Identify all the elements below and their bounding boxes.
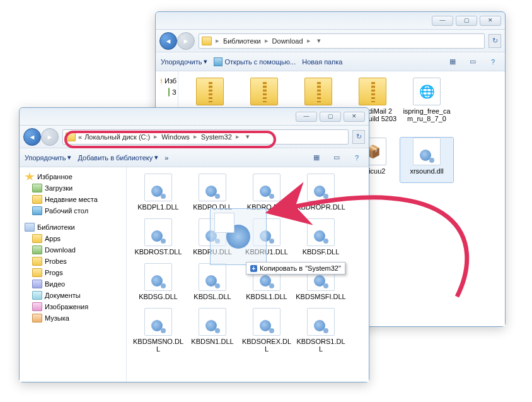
view-mode-icon[interactable]: ▦: [446, 57, 460, 66]
breadcrumb-drive-c[interactable]: Локальный диск (C:): [84, 133, 150, 141]
nav-lib-item[interactable]: Видео: [21, 278, 125, 290]
arrow-right-icon: ►: [183, 37, 190, 45]
nav-forward-button[interactable]: ►: [41, 128, 59, 146]
dll-icon: [307, 218, 335, 246]
navigation-pane[interactable]: Избранное Загрузки Недавние места Рабочи…: [20, 167, 127, 382]
nav-libraries[interactable]: Библиотеки: [21, 222, 125, 233]
maximize-button[interactable]: ▢: [320, 112, 341, 122]
toolbar: Упорядочить ▾ Открыть с помощью... Новая…: [156, 52, 505, 71]
nav-lib-item[interactable]: Probes: [21, 256, 125, 267]
dll-icon: [144, 263, 172, 291]
close-button[interactable]: ✕: [344, 112, 365, 122]
file-item[interactable]: KBDSOREX.DLL: [240, 308, 293, 353]
nav-lib-label: Probes: [45, 257, 67, 265]
maximize-button[interactable]: ▢: [456, 16, 477, 26]
nav-lib-item[interactable]: Progs: [21, 267, 125, 278]
file-item[interactable]: KBDSMSNO.DLL: [132, 308, 185, 353]
file-item[interactable]: KBDROST.DLL: [132, 218, 185, 256]
address-bar[interactable]: « Локальный диск (C:) ▸ Windows ▸ System…: [62, 129, 349, 145]
nav-lib-item[interactable]: Документы: [21, 290, 125, 301]
organize-button[interactable]: Упорядочить ▾: [25, 153, 71, 162]
nav-lib-label: Download: [45, 246, 76, 254]
titlebar[interactable]: — ▢ ✕: [156, 12, 505, 30]
address-dropdown-icon[interactable]: ▾: [315, 37, 323, 45]
exe-icon: 🌐: [413, 78, 441, 105]
nav-desktop[interactable]: Рабочий стол: [21, 205, 125, 216]
breadcrumb-sep: ▸: [214, 37, 221, 45]
nav-favorites-label: Избранное: [165, 77, 176, 85]
breadcrumb-system32[interactable]: System32: [201, 133, 232, 141]
open-with-button[interactable]: Открыть с помощью...: [214, 57, 296, 66]
file-item[interactable]: KBDRO.DLL: [240, 174, 293, 211]
nav-lib-label: Изображения: [45, 303, 88, 310]
nav-libraries-label: Библиотеки: [37, 223, 75, 231]
file-label: KBDPL1.DLL: [132, 203, 184, 211]
add-to-library-button[interactable]: Добавить в библиотеку ▾: [78, 153, 158, 162]
address-dropdown-icon[interactable]: ▾: [243, 133, 252, 141]
toolbar: Упорядочить ▾ Добавить в библиотеку ▾ » …: [20, 148, 369, 167]
preview-pane-icon[interactable]: ▭: [330, 153, 344, 162]
help-icon[interactable]: ?: [350, 154, 364, 162]
organize-label: Упорядочить: [161, 58, 202, 66]
arrow-right-icon: ►: [47, 133, 54, 141]
file-label: KBDSG.DLL: [132, 293, 184, 300]
nav-recent-label: Недавние места: [45, 196, 98, 203]
file-label: KBDSOREX.DLL: [241, 338, 292, 353]
nav-lib-item[interactable]: Apps: [21, 233, 125, 244]
minimize-button[interactable]: —: [432, 16, 453, 26]
recent-icon: [32, 195, 42, 204]
file-item[interactable]: KBDSORS1.DLL: [294, 308, 347, 353]
breadcrumb-sep: ▸: [153, 133, 159, 141]
file-item[interactable]: KBDROPR.DLL: [294, 174, 347, 211]
file-item[interactable]: KBDSN1.DLL: [186, 308, 239, 353]
nav-downloads[interactable]: Загрузки: [157, 86, 176, 98]
nav-forward-button[interactable]: ►: [177, 32, 195, 50]
file-item[interactable]: KBDSL.DLL: [186, 263, 239, 300]
nav-lib-item[interactable]: Изображения: [21, 301, 125, 312]
nav-lib-item[interactable]: Музыка: [21, 312, 125, 324]
overflow-button[interactable]: »: [165, 154, 168, 162]
breadcrumb-sep: ▸: [192, 133, 199, 141]
plus-icon: +: [250, 265, 257, 272]
titlebar[interactable]: — ▢ ✕: [20, 108, 369, 126]
nav-favorites[interactable]: Избранное: [157, 75, 176, 86]
file-label: KBDSN1.DLL: [187, 338, 238, 345]
file-item[interactable]: KBDPL1.DLL: [132, 174, 185, 211]
address-bar[interactable]: ▸ Библиотеки ▸ Download ▸ ▾: [199, 33, 485, 49]
zipfolder-icon: [304, 78, 332, 105]
file-item[interactable]: KBDSG.DLL: [132, 263, 185, 300]
breadcrumb-windows[interactable]: Windows: [161, 133, 190, 141]
library-icon: [32, 302, 42, 311]
file-item[interactable]: KBDPO.DLL: [186, 174, 239, 211]
breadcrumb-download[interactable]: Download: [272, 37, 303, 45]
help-icon[interactable]: ?: [486, 58, 500, 66]
exe-glyph-icon: 🌐: [413, 78, 440, 105]
nav-favorites[interactable]: Избранное: [21, 171, 125, 182]
file-label: xrsound.dll: [401, 167, 453, 175]
preview-pane-icon[interactable]: ▭: [466, 57, 480, 66]
breadcrumb-libraries[interactable]: Библиотеки: [223, 37, 261, 45]
nav-lib-item[interactable]: Download: [21, 244, 125, 256]
refresh-button[interactable]: ↻: [352, 130, 365, 144]
nav-recent[interactable]: Недавние места: [21, 194, 125, 205]
nav-lib-label: Apps: [45, 235, 61, 242]
view-mode-icon[interactable]: ▦: [309, 153, 323, 162]
minimize-button[interactable]: —: [296, 112, 317, 122]
dll-icon: [199, 308, 226, 336]
file-item[interactable]: xrsound.dll: [400, 138, 453, 182]
nav-lib-label: Документы: [45, 292, 81, 299]
nav-back-button[interactable]: ◄: [23, 128, 41, 146]
close-button[interactable]: ✕: [480, 16, 501, 26]
file-item[interactable]: 🌐ispring_free_cam_ru_8_7_0: [400, 78, 453, 130]
nav-favorites-label: Избранное: [37, 173, 72, 180]
dll-icon: [253, 174, 280, 201]
star-icon: [25, 172, 35, 181]
file-item[interactable]: KBDSF.DLL: [294, 218, 347, 256]
nav-downloads[interactable]: Загрузки: [21, 182, 125, 194]
nav-back-button[interactable]: ◄: [159, 32, 177, 50]
organize-button[interactable]: Упорядочить ▾: [161, 57, 207, 66]
chevron-down-icon: ▾: [67, 153, 71, 162]
file-list[interactable]: KBDPL1.DLLKBDPO.DLLKBDRO.DLLKBDROPR.DLLK…: [127, 167, 369, 382]
refresh-button[interactable]: ↻: [489, 34, 501, 48]
new-folder-button[interactable]: Новая папка: [302, 58, 342, 66]
